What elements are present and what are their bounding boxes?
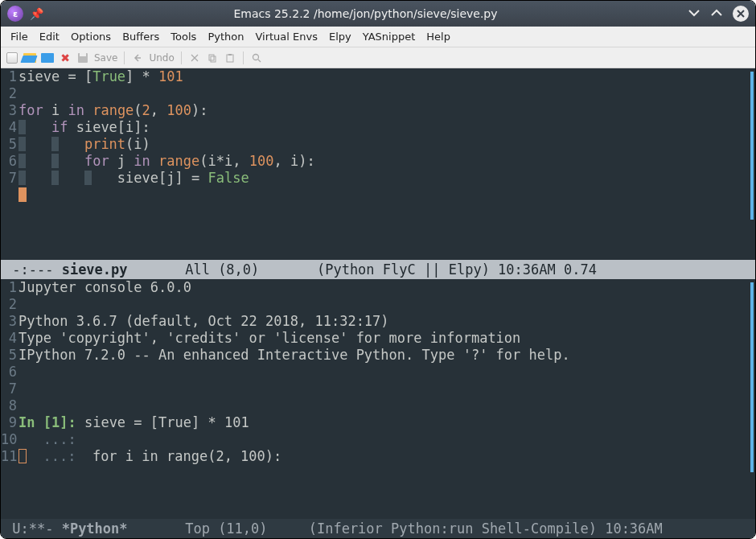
menu-tools[interactable]: Tools (166, 29, 201, 44)
menu-bar: FileEditOptionsBuffersToolsPythonVirtual… (1, 27, 755, 47)
code-line[interactable]: sieve[j] = False (18, 170, 755, 187)
menu-buffers[interactable]: Buffers (117, 29, 164, 44)
menu-python[interactable]: Python (203, 29, 249, 44)
menu-yasnippet[interactable]: YASnippet (358, 29, 421, 44)
code-line[interactable]: Type 'copyright', 'credits' or 'license'… (18, 330, 755, 347)
modeline-buffer-name: *Python* (62, 519, 128, 538)
modeline-status: U:**- (4, 519, 62, 538)
new-file-icon[interactable] (6, 51, 18, 64)
close-icon[interactable]: ✖ (59, 51, 72, 64)
svg-point-6 (253, 54, 258, 60)
code-line[interactable] (18, 364, 755, 381)
paste-icon[interactable] (224, 51, 236, 64)
svg-rect-4 (227, 55, 233, 62)
code-line[interactable] (18, 187, 755, 204)
code-line[interactable]: Jupyter console 6.0.0 (18, 279, 755, 296)
menu-edit[interactable]: Edit (35, 29, 64, 44)
code-line[interactable]: Python 3.6.7 (default, Oct 22 2018, 11:3… (18, 313, 755, 330)
toolbar: ✖ Save Undo (1, 47, 755, 68)
maximize-button[interactable] (710, 6, 723, 22)
app-icon: ε (7, 6, 23, 22)
code-line[interactable]: for j in range(i*i, 100, i): (18, 153, 755, 170)
modeline-upper: -:--- sieve.py All (8,0) (Python FlyC ||… (1, 260, 755, 279)
cut-icon[interactable] (188, 51, 201, 64)
code-line[interactable]: print(i) (18, 136, 755, 153)
menu-file[interactable]: File (6, 29, 33, 44)
code-line[interactable] (18, 85, 755, 102)
code-line[interactable] (18, 397, 755, 414)
pin-icon[interactable]: 📌 (30, 7, 43, 20)
window-titlebar: ε 📌 Emacs 25.2.2 /home/jon/python/sieve/… (1, 1, 755, 27)
line-number-gutter: 1234567891011 (1, 279, 18, 519)
menu-virtual-envs[interactable]: Virtual Envs (250, 29, 323, 44)
cursor (18, 187, 27, 202)
code-line[interactable]: IPython 7.2.0 -- An enhanced Interactive… (18, 347, 755, 364)
modeline-info: All (8,0) (Python FlyC || Elpy) 10:36AM … (128, 260, 597, 279)
save-label[interactable]: Save (94, 52, 117, 64)
menu-options[interactable]: Options (66, 29, 116, 44)
svg-rect-2 (209, 55, 214, 60)
code-line[interactable]: ...: for i in range(2, 100): (18, 448, 755, 465)
code-line[interactable]: for i in range(2, 100): (18, 102, 755, 119)
open-file-icon[interactable] (23, 51, 36, 64)
window-title: Emacs 25.2.2 /home/jon/python/sieve/siev… (43, 7, 688, 20)
close-button[interactable] (733, 6, 749, 22)
svg-line-7 (258, 60, 261, 62)
repl-output[interactable]: Jupyter console 6.0.0Python 3.6.7 (defau… (18, 279, 755, 519)
modeline-buffer-name: sieve.py (62, 260, 128, 279)
code-line[interactable]: sieve = [True] * 101 (18, 68, 755, 85)
source-code[interactable]: sieve = [True] * 101for i in range(2, 10… (18, 68, 755, 260)
repl-pane[interactable]: 1234567891011 Jupyter console 6.0.0Pytho… (1, 279, 755, 538)
code-line[interactable] (18, 381, 755, 397)
svg-rect-5 (228, 54, 232, 56)
source-pane[interactable]: 1234567 sieve = [True] * 101for i in ran… (1, 68, 755, 279)
minimize-button[interactable] (688, 6, 701, 22)
line-number-gutter: 1234567 (1, 68, 18, 260)
undo-icon[interactable] (131, 51, 144, 64)
search-icon[interactable] (250, 51, 263, 64)
modeline-info: Top (11,0) (Inferior Python:run Shell-Co… (128, 519, 663, 538)
svg-rect-1 (80, 53, 86, 56)
code-line[interactable]: In [1]: sieve = [True] * 101 (18, 414, 755, 431)
editor-area: 1234567 sieve = [True] * 101for i in ran… (1, 68, 755, 538)
modeline-status: -:--- (4, 260, 62, 279)
copy-icon[interactable] (206, 51, 219, 64)
menu-elpy[interactable]: Elpy (324, 29, 356, 44)
code-line[interactable] (18, 296, 755, 313)
folder-icon[interactable] (41, 51, 54, 64)
undo-label[interactable]: Undo (149, 52, 174, 64)
code-line[interactable]: ...: (18, 431, 755, 448)
save-icon[interactable] (76, 51, 89, 64)
cursor (18, 449, 27, 463)
svg-rect-3 (211, 56, 216, 62)
modeline-lower: U:**- *Python* Top (11,0) (Inferior Pyth… (1, 519, 755, 538)
code-line[interactable]: if sieve[i]: (18, 119, 755, 136)
menu-help[interactable]: Help (421, 29, 455, 44)
